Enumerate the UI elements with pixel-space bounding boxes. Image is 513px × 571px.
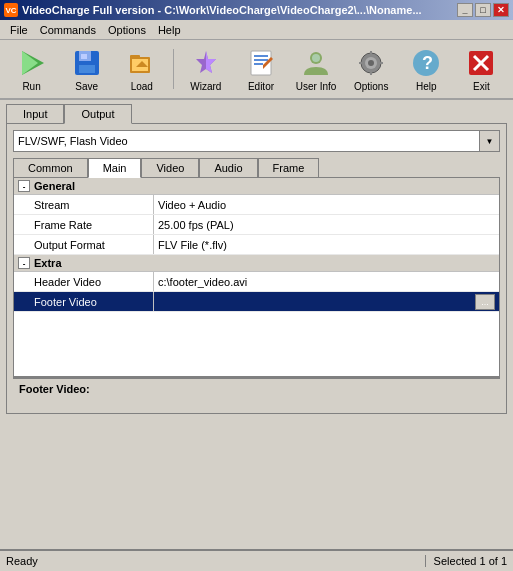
exit-label: Exit [473, 81, 490, 92]
io-tabs: Input Output [6, 104, 507, 123]
svg-text:?: ? [422, 53, 433, 73]
save-icon [71, 47, 103, 79]
prop-stream-row: Stream Video + Audio [14, 195, 499, 215]
wizard-icon [190, 47, 222, 79]
prop-outputformat-row: Output Format FLV File (*.flv) [14, 235, 499, 255]
tab-frame[interactable]: Frame [258, 158, 320, 177]
prop-footervideo-value-container: ... [156, 293, 497, 311]
user-info-button[interactable]: User Info [291, 43, 342, 95]
svg-rect-18 [370, 51, 372, 56]
properties-table: - General Stream Video + Audio Frame Rat… [13, 177, 500, 377]
status-ready: Ready [6, 555, 38, 567]
svg-rect-20 [359, 62, 364, 64]
exit-icon [465, 47, 497, 79]
main-content: Input Output ▼ Common Main Video Audio F… [0, 100, 513, 418]
section-general-title: General [34, 180, 75, 192]
prop-headervideo-name: Header Video [14, 272, 154, 291]
description-area: Footer Video: [13, 377, 500, 407]
section-extra-title: Extra [34, 257, 62, 269]
load-icon [126, 47, 158, 79]
run-label: Run [22, 81, 40, 92]
toolbar: Run Save [0, 40, 513, 100]
svg-rect-19 [370, 70, 372, 75]
tab-output[interactable]: Output [64, 104, 131, 124]
help-label: Help [416, 81, 437, 92]
wizard-label: Wizard [190, 81, 221, 92]
output-panel: ▼ Common Main Video Audio Frame - Genera… [6, 123, 507, 414]
run-button[interactable]: Run [6, 43, 57, 95]
menu-bar: File Commands Options Help [0, 20, 513, 40]
maximize-button[interactable]: □ [475, 3, 491, 17]
tab-audio[interactable]: Audio [199, 158, 257, 177]
editor-label: Editor [248, 81, 274, 92]
prop-footervideo-value: ... [154, 292, 499, 311]
prop-stream-value: Video + Audio [154, 195, 499, 214]
run-icon [16, 47, 48, 79]
exit-button[interactable]: Exit [456, 43, 507, 95]
tab-main[interactable]: Main [88, 158, 142, 178]
title-bar: VC VideoCharge Full version - C:\Work\Vi… [0, 0, 513, 20]
svg-rect-4 [79, 65, 95, 73]
prop-framerate-row: Frame Rate 25.00 fps (PAL) [14, 215, 499, 235]
close-button[interactable]: ✕ [493, 3, 509, 17]
prop-outputformat-name: Output Format [14, 235, 154, 254]
svg-rect-21 [378, 62, 383, 64]
prop-headervideo-value: c:\footer_video.avi [154, 272, 499, 291]
sub-tabs: Common Main Video Audio Frame [13, 158, 500, 177]
svg-point-17 [368, 60, 374, 66]
menu-commands[interactable]: Commands [34, 22, 102, 38]
toolbar-sep-1 [173, 49, 174, 89]
section-general-header: - General [14, 178, 499, 195]
user-info-icon [300, 47, 332, 79]
options-icon [355, 47, 387, 79]
menu-help[interactable]: Help [152, 22, 187, 38]
tab-video[interactable]: Video [141, 158, 199, 177]
footervideo-browse-button[interactable]: ... [475, 294, 495, 310]
save-button[interactable]: Save [61, 43, 112, 95]
format-select[interactable] [13, 130, 480, 152]
title-bar-left: VC VideoCharge Full version - C:\Work\Vi… [4, 3, 422, 17]
prop-headervideo-row: Header Video c:\footer_video.avi [14, 272, 499, 292]
menu-options[interactable]: Options [102, 22, 152, 38]
svg-marker-1 [22, 51, 38, 75]
description-label: Footer Video: [19, 383, 90, 395]
svg-rect-7 [130, 55, 140, 59]
save-label: Save [75, 81, 98, 92]
tab-input[interactable]: Input [6, 104, 64, 123]
help-button[interactable]: ? Help [401, 43, 452, 95]
format-row: ▼ [13, 130, 500, 152]
wizard-button[interactable]: Wizard [180, 43, 231, 95]
section-extra-header: - Extra [14, 255, 499, 272]
prop-outputformat-value: FLV File (*.flv) [154, 235, 499, 254]
options-label: Options [354, 81, 388, 92]
status-selection: Selected 1 of 1 [425, 555, 507, 567]
editor-button[interactable]: Editor [235, 43, 286, 95]
user-info-label: User Info [296, 81, 337, 92]
svg-point-14 [312, 54, 320, 62]
prop-footervideo-name: Footer Video [14, 292, 154, 311]
status-bar: Ready Selected 1 of 1 [0, 549, 513, 571]
prop-footervideo-row[interactable]: Footer Video ... [14, 292, 499, 312]
help-icon: ? [410, 47, 442, 79]
load-label: Load [131, 81, 153, 92]
format-dropdown-button[interactable]: ▼ [480, 130, 500, 152]
prop-stream-name: Stream [14, 195, 154, 214]
load-button[interactable]: Load [116, 43, 167, 95]
footervideo-input[interactable] [156, 293, 475, 311]
general-collapse-button[interactable]: - [18, 180, 30, 192]
title-bar-controls: _ □ ✕ [457, 3, 509, 17]
editor-icon [245, 47, 277, 79]
prop-framerate-name: Frame Rate [14, 215, 154, 234]
options-button[interactable]: Options [346, 43, 397, 95]
menu-file[interactable]: File [4, 22, 34, 38]
window-title: VideoCharge Full version - C:\Work\Video… [22, 4, 422, 16]
prop-framerate-value: 25.00 fps (PAL) [154, 215, 499, 234]
tab-common[interactable]: Common [13, 158, 88, 177]
app-icon: VC [4, 3, 18, 17]
minimize-button[interactable]: _ [457, 3, 473, 17]
extra-collapse-button[interactable]: - [18, 257, 30, 269]
svg-rect-5 [81, 54, 87, 59]
